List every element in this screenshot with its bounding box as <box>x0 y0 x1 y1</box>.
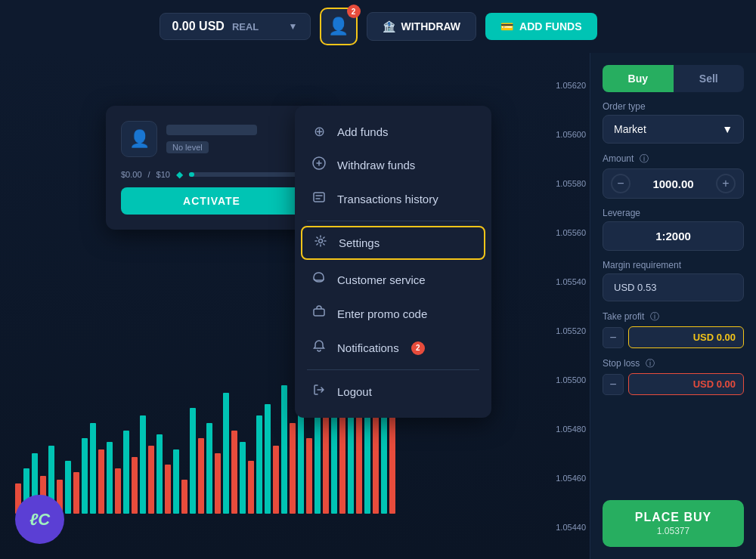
svg-rect-3 <box>314 309 324 316</box>
logo: ℓC <box>15 495 64 544</box>
menu-divider-1 <box>307 221 479 221</box>
price-label: 1.05480 <box>537 425 590 434</box>
candle <box>273 446 279 514</box>
balance-arrow-icon: ▼ <box>289 21 298 32</box>
order-type-label: Order type <box>603 101 744 112</box>
candle <box>215 453 221 514</box>
candle <box>73 472 79 514</box>
candle <box>323 415 329 514</box>
leverage-value: 1:2000 <box>603 221 744 251</box>
user-level-badge: No level <box>166 141 209 153</box>
take-profit-decrease-button[interactable]: − <box>603 327 624 348</box>
user-avatar: 👤 <box>121 121 157 157</box>
candle <box>90 423 96 514</box>
avatar-button[interactable]: 👤 2 <box>320 8 358 45</box>
menu-dropdown: ⊕ Add funds Withdraw funds <box>295 106 491 418</box>
leverage-label: Leverage <box>603 208 744 218</box>
take-profit-row: − USD 0.00 <box>603 326 744 348</box>
price-label: 1.05620 <box>537 81 590 90</box>
chart-area: 1.05620 1.05600 1.05580 1.05560 1.05540 … <box>0 53 590 559</box>
candle <box>190 408 196 514</box>
menu-item-customer-service[interactable]: Customer service <box>295 263 491 297</box>
candle <box>123 431 129 514</box>
menu-label-transactions: Transactions history <box>337 193 438 205</box>
amount-label: Amount ⓘ <box>603 153 744 165</box>
menu-label-logout: Logout <box>337 385 372 398</box>
avatar-badge: 2 <box>347 5 361 18</box>
balance-selector[interactable]: 0.00 USD REAL ▼ <box>160 13 311 40</box>
stop-loss-decrease-button[interactable]: − <box>603 374 624 395</box>
candle <box>165 465 171 514</box>
price-label: 1.05580 <box>537 179 590 188</box>
candle <box>206 423 212 514</box>
take-profit-label: Take profit ⓘ <box>603 310 744 323</box>
menu-label-customer-service: Customer service <box>337 273 426 286</box>
take-profit-info-icon: ⓘ <box>650 311 659 322</box>
margin-section: Margin requirement USD 0.53 <box>603 260 744 301</box>
withdraw-label: WITHDRAW <box>401 20 461 32</box>
margin-value: USD 0.53 <box>603 273 744 301</box>
menu-item-promo[interactable]: Enter promo code <box>295 297 491 331</box>
balance-type: REAL <box>232 21 259 32</box>
sell-tab[interactable]: Sell <box>674 65 745 92</box>
candle <box>140 415 146 514</box>
take-profit-section: Take profit ⓘ − USD 0.00 <box>603 310 744 348</box>
stop-loss-section: Stop loss ⓘ − USD 0.00 <box>603 357 744 395</box>
withdraw-icon: 🏦 <box>383 20 395 32</box>
stop-loss-info-icon: ⓘ <box>646 358 655 369</box>
amount-section: Amount ⓘ − 1000.00 + <box>603 153 744 199</box>
menu-label-settings: Settings <box>339 236 380 249</box>
amount-decrease-button[interactable]: − <box>611 174 631 193</box>
progress-bar-bg <box>189 172 302 177</box>
price-label: 1.05560 <box>537 228 590 237</box>
place-buy-label: PLACE BUY <box>613 511 733 524</box>
withdraw-button[interactable]: 🏦 WITHDRAW <box>367 12 477 41</box>
amount-control: − 1000.00 + <box>603 168 744 199</box>
addfunds-icon: 💳 <box>500 20 513 32</box>
promo-icon <box>310 305 328 323</box>
candle <box>281 385 287 514</box>
balance-amount: 0.00 USD <box>172 20 225 33</box>
progress-separator: / <box>148 170 150 179</box>
amount-increase-button[interactable]: + <box>716 174 736 193</box>
menu-item-transactions[interactable]: Transactions history <box>295 182 491 216</box>
addfunds-button[interactable]: 💳 ADD FUNDS <box>485 13 596 40</box>
order-type-select[interactable]: Market ▼ <box>603 115 744 144</box>
user-name-placeholder <box>166 125 257 135</box>
svg-rect-1 <box>314 193 324 202</box>
y-axis: 1.05620 1.05600 1.05580 1.05560 1.05540 … <box>537 53 590 559</box>
menu-item-settings[interactable]: Settings <box>301 226 485 260</box>
take-profit-value: USD 0.00 <box>628 326 744 348</box>
addfunds-label: ADD FUNDS <box>519 20 581 32</box>
leverage-section: Leverage 1:2000 <box>603 208 744 251</box>
order-type-value: Market <box>614 123 646 135</box>
candle <box>256 415 262 514</box>
add-funds-icon: ⊕ <box>310 123 328 140</box>
candle <box>231 431 237 514</box>
menu-label-promo: Enter promo code <box>337 307 427 320</box>
activate-button[interactable]: ACTIVATE <box>121 187 302 215</box>
candle <box>156 434 163 514</box>
price-label: 1.05440 <box>537 523 590 532</box>
amount-value: 1000.00 <box>631 178 716 190</box>
user-icon: 👤 <box>328 17 349 36</box>
candle <box>65 461 71 514</box>
menu-label-withdraw-funds: Withdraw funds <box>337 159 415 171</box>
amount-info-icon: ⓘ <box>640 153 649 164</box>
candle <box>248 461 254 514</box>
menu-item-add-funds[interactable]: ⊕ Add funds <box>295 115 491 148</box>
menu-item-withdraw-funds[interactable]: Withdraw funds <box>295 148 491 182</box>
place-buy-button[interactable]: PLACE BUY 1.05377 <box>603 500 744 547</box>
candle <box>148 446 154 514</box>
candle <box>98 449 104 514</box>
menu-item-logout[interactable]: Logout <box>295 375 491 409</box>
order-type-section: Order type Market ▼ <box>603 101 744 144</box>
buy-tab[interactable]: Buy <box>603 65 674 92</box>
order-panel: Buy Sell Order type Market ▼ Amount ⓘ − … <box>590 53 756 559</box>
price-label: 1.05460 <box>537 474 590 483</box>
svg-point-2 <box>319 239 323 243</box>
menu-item-notifications[interactable]: Notifications 2 <box>295 331 491 365</box>
stop-loss-label: Stop loss ⓘ <box>603 357 744 370</box>
transactions-icon <box>310 190 328 208</box>
buy-sell-tabs: Buy Sell <box>603 65 744 92</box>
